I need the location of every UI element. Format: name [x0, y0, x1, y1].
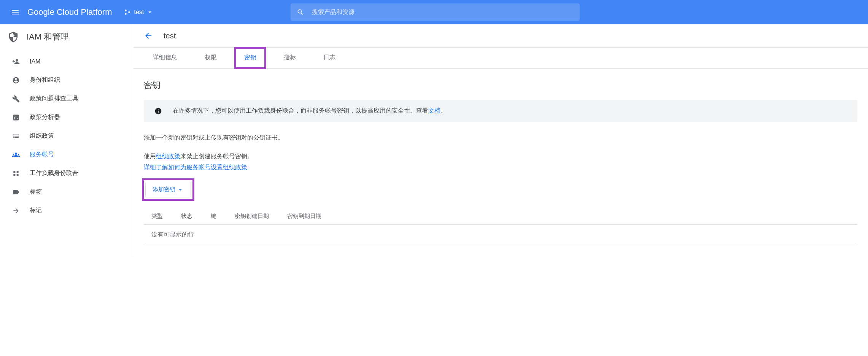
- logo-google: Google: [27, 7, 54, 17]
- analytics-icon: [12, 114, 20, 121]
- col-key: 键: [211, 213, 216, 220]
- sidebar-item-label: 组织政策: [30, 132, 54, 140]
- menu-icon[interactable]: [6, 3, 24, 21]
- sidebar-item-identity[interactable]: 身份和组织: [0, 71, 133, 89]
- person-add-icon: [12, 58, 20, 65]
- sidebar-item-service-accounts[interactable]: 服务帐号: [0, 145, 133, 164]
- tab-logs[interactable]: 日志: [314, 48, 345, 68]
- col-type: 类型: [151, 213, 163, 220]
- sidebar-item-label: 身份和组织: [30, 76, 60, 84]
- sidebar-item-iam[interactable]: IAM: [0, 52, 133, 71]
- search-icon: [297, 8, 304, 16]
- col-expires: 密钥到期日期: [287, 213, 321, 220]
- sidebar-item-label: 工作负载身份联合: [30, 169, 78, 177]
- sidebar-item-troubleshoot[interactable]: 政策问题排查工具: [0, 89, 133, 108]
- label-icon: [12, 207, 20, 215]
- chevron-down-icon: [177, 186, 184, 193]
- list-icon: [12, 132, 20, 140]
- logo-rest: Cloud Platform: [57, 7, 112, 17]
- sidebar-item-label: 标签: [30, 188, 42, 196]
- org-policy-link[interactable]: 组织政策: [156, 153, 180, 159]
- back-arrow[interactable]: [144, 31, 153, 40]
- sidebar: IAM 和管理 IAM 身份和组织 政策问题排查工具 政策分析器 组织政策: [0, 24, 133, 256]
- col-created: 密钥创建日期: [235, 213, 269, 220]
- svg-point-1: [125, 13, 127, 15]
- keys-table: 类型 状态 键 密钥创建日期 密钥到期日期 没有可显示的行: [144, 208, 857, 245]
- description-2: 使用组织政策来禁止创建服务帐号密钥。 详细了解如何为服务帐号设置组织政策: [144, 151, 857, 173]
- federation-icon: [12, 170, 20, 177]
- main-content: test 详细信息 权限 密钥 指标 日志 密钥 在许多情况下，您可以使用工作负…: [133, 24, 868, 256]
- tag-icon: [12, 188, 20, 196]
- info-banner: 在许多情况下，您可以使用工作负载身份联合，而非服务帐号密钥，以提高应用的安全性。…: [144, 100, 857, 122]
- sidebar-item-label: 标记: [30, 207, 42, 215]
- sidebar-title: IAM 和管理: [27, 31, 69, 43]
- svg-point-0: [125, 10, 127, 11]
- wrench-icon: [12, 95, 20, 103]
- learn-more-link[interactable]: 详细了解如何为服务帐号设置组织政策: [144, 164, 247, 170]
- page-title: test: [164, 32, 176, 40]
- tab-keys[interactable]: 密钥: [235, 48, 265, 68]
- sidebar-item-tags[interactable]: 标记: [0, 201, 133, 220]
- info-text: 在许多情况下，您可以使用工作负载身份联合，而非服务帐号密钥，以提高应用的安全性。…: [173, 107, 447, 115]
- sidebar-item-labels[interactable]: 标签: [0, 183, 133, 201]
- col-status: 状态: [181, 213, 192, 220]
- sidebar-item-label: 政策分析器: [30, 113, 60, 121]
- logo[interactable]: Google Cloud Platform: [27, 7, 112, 17]
- topbar: Google Cloud Platform test: [0, 0, 868, 24]
- sidebar-item-workload-identity[interactable]: 工作负载身份联合: [0, 164, 133, 183]
- sidebar-header: IAM 和管理: [0, 24, 133, 49]
- add-key-highlight: 添加密钥: [144, 180, 192, 199]
- table-empty-row: 没有可显示的行: [144, 225, 857, 245]
- tab-metrics[interactable]: 指标: [275, 48, 305, 68]
- info-icon: [154, 107, 162, 115]
- add-key-label: 添加密钥: [153, 186, 175, 193]
- add-key-button[interactable]: 添加密钥: [145, 182, 191, 197]
- description-1: 添加一个新的密钥对或上传现有密钥对的公钥证书。: [144, 132, 857, 143]
- sidebar-item-analyzer[interactable]: 政策分析器: [0, 108, 133, 127]
- sidebar-item-label: IAM: [30, 58, 40, 65]
- tab-details[interactable]: 详细信息: [144, 48, 186, 68]
- search-input[interactable]: [312, 9, 574, 16]
- sidebar-item-org-policy[interactable]: 组织政策: [0, 127, 133, 145]
- search-box[interactable]: [291, 3, 580, 21]
- table-header-row: 类型 状态 键 密钥创建日期 密钥到期日期: [144, 208, 857, 225]
- project-icon: [124, 9, 131, 16]
- main-header: test: [133, 24, 868, 48]
- svg-point-2: [129, 11, 130, 13]
- shield-icon: [8, 31, 19, 43]
- sidebar-item-label: 服务帐号: [30, 151, 54, 159]
- arrow-back-icon: [144, 31, 153, 40]
- svg-point-3: [12, 34, 14, 37]
- service-account-icon: [12, 151, 20, 159]
- section-title: 密钥: [144, 79, 857, 91]
- chevron-down-icon: [146, 8, 154, 16]
- tab-permissions[interactable]: 权限: [196, 48, 226, 68]
- tabs: 详细信息 权限 密钥 指标 日志: [133, 48, 868, 69]
- docs-link[interactable]: 文档: [428, 107, 440, 114]
- project-selector[interactable]: test: [124, 8, 154, 16]
- person-icon: [12, 76, 20, 84]
- project-name: test: [134, 9, 144, 16]
- sidebar-item-label: 政策问题排查工具: [30, 95, 78, 103]
